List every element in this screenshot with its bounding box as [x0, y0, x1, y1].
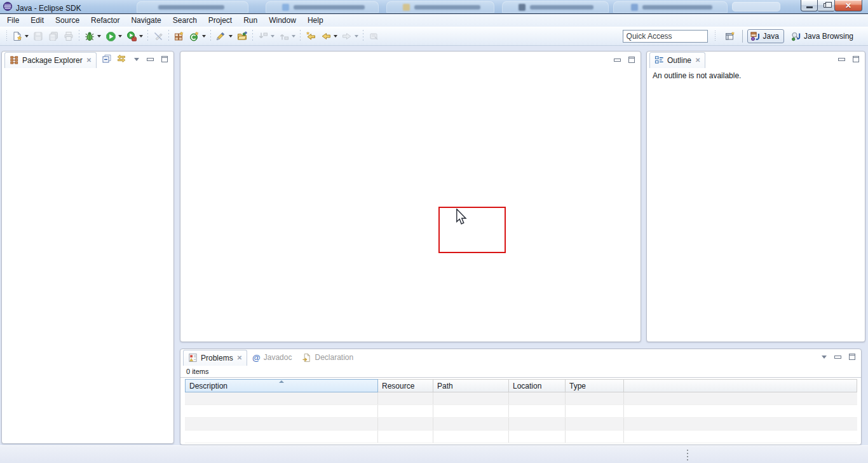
tab-close-icon[interactable]: ✕ — [695, 57, 700, 64]
link-with-editor-button[interactable] — [116, 53, 126, 66]
new-java-class-button[interactable] — [187, 29, 202, 44]
menubar: File Edit Source Refactor Navigate Searc… — [0, 15, 868, 27]
view-menu-icon[interactable] — [822, 356, 827, 359]
tab-package-explorer-label: Package Explorer — [22, 56, 83, 65]
tab-close-icon[interactable]: ✕ — [237, 355, 242, 361]
toolbar-separator — [78, 30, 80, 43]
eclipse-window: Java - Eclipse SDK ✕ File Edit Source Re… — [0, 0, 868, 463]
quick-access-input[interactable] — [623, 30, 708, 43]
perspective-java-label: Java — [763, 32, 779, 41]
titlebar: Java - Eclipse SDK ✕ — [0, 0, 868, 14]
maximize-view-icon[interactable] — [161, 56, 168, 62]
run-dropdown[interactable] — [118, 35, 122, 38]
column-header-resource[interactable]: Resource — [378, 379, 433, 392]
toolbar-grip — [6, 31, 8, 42]
tab-declaration[interactable]: Declaration — [297, 350, 358, 366]
minimize-editor-icon[interactable] — [614, 59, 621, 62]
column-header-description[interactable]: Description — [185, 379, 378, 392]
menu-file[interactable]: File — [1, 15, 25, 27]
column-header-location[interactable]: Location — [509, 379, 566, 392]
toolbar-separator — [252, 30, 254, 43]
maximize-editor-icon[interactable] — [628, 57, 635, 63]
new-wizard-icon — [12, 31, 22, 41]
save-all-button[interactable] — [46, 29, 61, 44]
package-explorer-view: Package Explorer ✕ — [1, 51, 174, 444]
package-explorer-content[interactable] — [2, 68, 173, 443]
perspective-java-browsing-button[interactable]: Java Browsing — [789, 30, 858, 43]
declaration-icon — [302, 353, 311, 363]
forward-dropdown[interactable] — [355, 35, 358, 38]
tab-package-explorer[interactable]: Package Explorer ✕ — [4, 52, 97, 68]
menu-edit[interactable]: Edit — [25, 15, 50, 27]
save-icon — [33, 31, 43, 41]
next-annotation-dropdown[interactable] — [271, 35, 275, 38]
pin-editor-button[interactable] — [366, 29, 381, 44]
forward-button[interactable] — [339, 29, 355, 44]
editor-area[interactable] — [180, 51, 641, 342]
main-toolbar: Java Java Browsing — [0, 27, 868, 46]
column-header-path[interactable]: Path — [433, 379, 509, 392]
perspective-java-button[interactable]: Java — [747, 29, 784, 43]
debug-button[interactable] — [82, 29, 97, 44]
external-tools-dropdown[interactable] — [139, 35, 143, 38]
toolbar-separator — [299, 30, 301, 43]
print-button[interactable] — [61, 29, 76, 44]
new-wizard-button[interactable] — [10, 29, 25, 44]
tab-close-icon[interactable]: ✕ — [86, 57, 92, 64]
collapse-all-icon — [102, 53, 112, 64]
maximize-view-icon[interactable] — [849, 354, 855, 360]
last-edit-location-button[interactable] — [303, 29, 318, 44]
problems-table-header: Description Resource Path Location Type — [185, 379, 857, 392]
minimize-icon — [806, 6, 813, 8]
tab-javadoc[interactable]: @ Javadoc — [247, 350, 297, 366]
problems-table: Description Resource Path Location Type — [185, 379, 857, 443]
minimize-view-icon[interactable] — [147, 58, 154, 61]
menu-project[interactable]: Project — [203, 15, 238, 27]
collapse-all-button[interactable] — [102, 53, 112, 66]
new-java-class-dropdown[interactable] — [202, 35, 206, 38]
previous-annotation-button[interactable] — [276, 29, 292, 44]
menu-source[interactable]: Source — [50, 15, 85, 27]
previous-annotation-dropdown[interactable] — [292, 35, 295, 38]
back-dropdown[interactable] — [334, 35, 337, 38]
toolbar-separator — [168, 30, 170, 43]
search-button[interactable] — [214, 29, 229, 44]
minimize-view-icon[interactable] — [838, 58, 845, 61]
menu-search[interactable]: Search — [167, 15, 203, 27]
back-button[interactable] — [318, 29, 334, 44]
restore-button[interactable] — [818, 0, 834, 11]
close-button[interactable]: ✕ — [834, 0, 862, 11]
search-icon — [216, 31, 226, 41]
menu-help[interactable]: Help — [302, 15, 329, 27]
open-type-button[interactable] — [234, 29, 250, 44]
view-menu-icon[interactable] — [134, 58, 139, 61]
tab-problems[interactable]: Problems ✕ — [183, 350, 247, 366]
toggle-mark-occurrences-button[interactable] — [151, 29, 166, 44]
debug-dropdown[interactable] — [97, 35, 101, 38]
open-perspective-button[interactable] — [722, 29, 738, 44]
pin-editor-icon — [369, 31, 379, 41]
menu-window[interactable]: Window — [263, 15, 302, 27]
status-bar-grip[interactable] — [687, 450, 689, 461]
red-rectangle — [438, 207, 506, 253]
toggle-mark-occurrences-icon — [153, 31, 163, 41]
window-controls: ✕ — [801, 0, 862, 11]
java-browsing-perspective-icon — [791, 31, 801, 41]
minimize-button[interactable] — [801, 0, 818, 11]
table-row — [185, 431, 857, 443]
menu-run[interactable]: Run — [238, 15, 263, 27]
eclipse-logo-icon — [3, 1, 13, 14]
menu-navigate[interactable]: Navigate — [125, 15, 166, 27]
menu-refactor[interactable]: Refactor — [85, 15, 125, 27]
maximize-view-icon[interactable] — [853, 56, 859, 62]
run-button[interactable] — [103, 29, 118, 44]
new-java-project-button[interactable] — [172, 29, 187, 44]
external-tools-button[interactable] — [124, 29, 139, 44]
column-header-type[interactable]: Type — [566, 379, 624, 392]
save-button[interactable] — [31, 29, 46, 44]
new-wizard-dropdown[interactable] — [25, 35, 29, 38]
next-annotation-button[interactable] — [255, 29, 271, 44]
search-dropdown[interactable] — [229, 35, 233, 38]
minimize-view-icon[interactable] — [834, 356, 841, 359]
tab-outline[interactable]: Outline ✕ — [649, 52, 705, 68]
